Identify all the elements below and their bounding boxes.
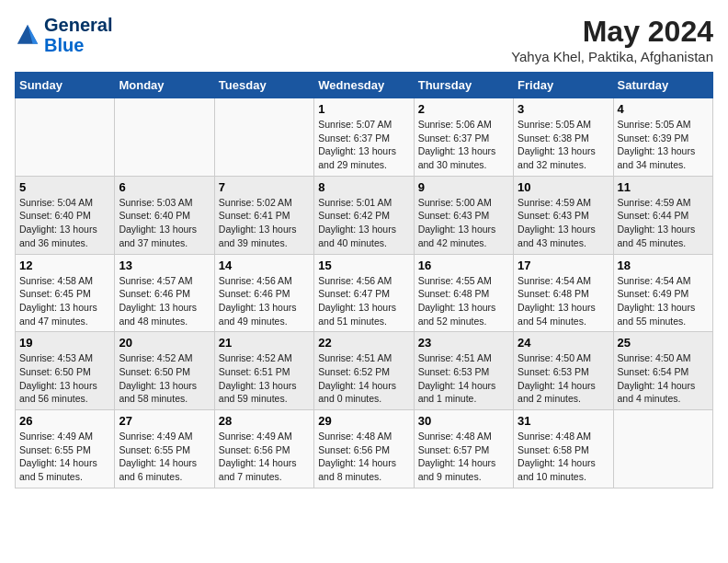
day-content: Sunrise: 4:48 AM Sunset: 6:58 PM Dayligh…	[518, 430, 609, 484]
day-header: Sunday	[16, 73, 115, 98]
logo-text: General Blue	[44, 15, 112, 55]
calendar-cell: 11Sunrise: 4:59 AM Sunset: 6:44 PM Dayli…	[613, 176, 712, 254]
calendar-cell: 6Sunrise: 5:03 AM Sunset: 6:40 PM Daylig…	[115, 176, 214, 254]
calendar-cell: 27Sunrise: 4:49 AM Sunset: 6:55 PM Dayli…	[115, 410, 214, 488]
day-content: Sunrise: 4:55 AM Sunset: 6:48 PM Dayligh…	[418, 274, 509, 328]
calendar-cell: 26Sunrise: 4:49 AM Sunset: 6:55 PM Dayli…	[16, 410, 115, 488]
day-number: 9	[418, 180, 509, 194]
day-content: Sunrise: 5:00 AM Sunset: 6:43 PM Dayligh…	[418, 196, 509, 250]
day-content: Sunrise: 4:48 AM Sunset: 6:56 PM Dayligh…	[318, 430, 409, 484]
calendar-cell: 13Sunrise: 4:57 AM Sunset: 6:46 PM Dayli…	[115, 254, 214, 332]
calendar-week-row: 5Sunrise: 5:04 AM Sunset: 6:40 PM Daylig…	[16, 176, 713, 254]
day-content: Sunrise: 5:07 AM Sunset: 6:37 PM Dayligh…	[318, 118, 409, 172]
day-content: Sunrise: 4:49 AM Sunset: 6:55 PM Dayligh…	[19, 430, 110, 484]
day-number: 20	[119, 336, 210, 350]
calendar-cell: 31Sunrise: 4:48 AM Sunset: 6:58 PM Dayli…	[514, 410, 613, 488]
calendar-cell: 8Sunrise: 5:01 AM Sunset: 6:42 PM Daylig…	[314, 176, 414, 254]
logo-icon	[15, 22, 40, 48]
calendar-body: 1Sunrise: 5:07 AM Sunset: 6:37 PM Daylig…	[16, 98, 713, 488]
day-number: 28	[219, 414, 310, 428]
calendar-cell: 15Sunrise: 4:56 AM Sunset: 6:47 PM Dayli…	[314, 254, 414, 332]
calendar-cell: 9Sunrise: 5:00 AM Sunset: 6:43 PM Daylig…	[414, 176, 513, 254]
day-content: Sunrise: 4:56 AM Sunset: 6:46 PM Dayligh…	[219, 274, 310, 328]
day-content: Sunrise: 4:53 AM Sunset: 6:50 PM Dayligh…	[19, 351, 110, 406]
day-content: Sunrise: 5:05 AM Sunset: 6:38 PM Dayligh…	[518, 118, 609, 172]
day-header: Saturday	[613, 73, 712, 98]
day-content: Sunrise: 4:52 AM Sunset: 6:50 PM Dayligh…	[119, 351, 210, 406]
calendar-cell: 17Sunrise: 4:54 AM Sunset: 6:48 PM Dayli…	[514, 254, 613, 332]
day-content: Sunrise: 4:50 AM Sunset: 6:53 PM Dayligh…	[518, 351, 609, 406]
calendar-cell: 25Sunrise: 4:50 AM Sunset: 6:54 PM Dayli…	[613, 332, 712, 410]
day-number: 31	[518, 414, 609, 428]
day-header: Wednesday	[314, 73, 414, 98]
day-header: Monday	[115, 73, 214, 98]
day-number: 23	[418, 336, 509, 350]
calendar-cell	[613, 410, 712, 488]
day-header: Tuesday	[214, 73, 313, 98]
calendar-cell: 18Sunrise: 4:54 AM Sunset: 6:49 PM Dayli…	[613, 254, 712, 332]
day-content: Sunrise: 4:57 AM Sunset: 6:46 PM Dayligh…	[119, 274, 210, 328]
day-number: 25	[618, 336, 709, 350]
day-number: 30	[418, 414, 509, 428]
day-content: Sunrise: 4:59 AM Sunset: 6:43 PM Dayligh…	[518, 196, 609, 250]
day-content: Sunrise: 4:54 AM Sunset: 6:48 PM Dayligh…	[518, 274, 609, 328]
calendar-cell: 30Sunrise: 4:48 AM Sunset: 6:57 PM Dayli…	[414, 410, 513, 488]
day-content: Sunrise: 4:54 AM Sunset: 6:49 PM Dayligh…	[618, 274, 709, 328]
day-number: 5	[19, 180, 110, 194]
day-content: Sunrise: 4:58 AM Sunset: 6:45 PM Dayligh…	[19, 274, 110, 328]
day-number: 10	[518, 180, 609, 194]
day-number: 29	[318, 414, 409, 428]
calendar-week-row: 19Sunrise: 4:53 AM Sunset: 6:50 PM Dayli…	[16, 332, 713, 410]
calendar-cell: 19Sunrise: 4:53 AM Sunset: 6:50 PM Dayli…	[16, 332, 115, 410]
calendar-cell: 7Sunrise: 5:02 AM Sunset: 6:41 PM Daylig…	[214, 176, 313, 254]
calendar-cell: 14Sunrise: 4:56 AM Sunset: 6:46 PM Dayli…	[214, 254, 313, 332]
day-content: Sunrise: 5:04 AM Sunset: 6:40 PM Dayligh…	[19, 196, 110, 250]
calendar-cell: 29Sunrise: 4:48 AM Sunset: 6:56 PM Dayli…	[314, 410, 414, 488]
calendar-cell: 2Sunrise: 5:06 AM Sunset: 6:37 PM Daylig…	[414, 98, 513, 177]
main-title: May 2024	[511, 15, 713, 49]
calendar-week-row: 1Sunrise: 5:07 AM Sunset: 6:37 PM Daylig…	[16, 98, 713, 177]
calendar-cell: 10Sunrise: 4:59 AM Sunset: 6:43 PM Dayli…	[514, 176, 613, 254]
calendar-cell	[16, 98, 115, 177]
calendar-header-row: SundayMondayTuesdayWednesdayThursdayFrid…	[16, 73, 713, 98]
day-number: 12	[19, 259, 110, 272]
day-number: 6	[119, 180, 210, 194]
day-number: 14	[219, 259, 310, 272]
calendar-cell: 4Sunrise: 5:05 AM Sunset: 6:39 PM Daylig…	[613, 98, 712, 177]
page-header: General Blue May 2024 Yahya Khel, Paktik…	[15, 15, 713, 64]
day-number: 13	[119, 259, 210, 272]
logo: General Blue	[15, 15, 112, 55]
day-number: 16	[418, 259, 509, 272]
day-content: Sunrise: 5:01 AM Sunset: 6:42 PM Dayligh…	[318, 196, 409, 250]
day-number: 4	[618, 102, 709, 116]
day-number: 19	[19, 336, 110, 350]
calendar-cell: 20Sunrise: 4:52 AM Sunset: 6:50 PM Dayli…	[115, 332, 214, 410]
calendar-cell: 24Sunrise: 4:50 AM Sunset: 6:53 PM Dayli…	[514, 332, 613, 410]
calendar-cell: 21Sunrise: 4:52 AM Sunset: 6:51 PM Dayli…	[214, 332, 313, 410]
calendar-week-row: 26Sunrise: 4:49 AM Sunset: 6:55 PM Dayli…	[16, 410, 713, 488]
day-content: Sunrise: 4:49 AM Sunset: 6:55 PM Dayligh…	[119, 430, 210, 484]
day-header: Thursday	[414, 73, 513, 98]
calendar-cell	[115, 98, 214, 177]
calendar-cell: 5Sunrise: 5:04 AM Sunset: 6:40 PM Daylig…	[16, 176, 115, 254]
calendar-cell: 1Sunrise: 5:07 AM Sunset: 6:37 PM Daylig…	[314, 98, 414, 177]
calendar-cell	[214, 98, 313, 177]
day-number: 21	[219, 336, 310, 350]
day-number: 7	[219, 180, 310, 194]
title-block: May 2024 Yahya Khel, Paktika, Afghanista…	[511, 15, 713, 64]
day-number: 8	[318, 180, 409, 194]
subtitle: Yahya Khel, Paktika, Afghanistan	[511, 49, 713, 64]
day-content: Sunrise: 4:48 AM Sunset: 6:57 PM Dayligh…	[418, 430, 509, 484]
day-number: 3	[518, 102, 609, 116]
day-content: Sunrise: 4:51 AM Sunset: 6:53 PM Dayligh…	[418, 351, 509, 406]
day-content: Sunrise: 4:51 AM Sunset: 6:52 PM Dayligh…	[318, 351, 409, 406]
calendar-table: SundayMondayTuesdayWednesdayThursdayFrid…	[15, 72, 713, 488]
day-number: 15	[318, 259, 409, 272]
day-number: 11	[618, 180, 709, 194]
day-number: 27	[119, 414, 210, 428]
calendar-cell: 12Sunrise: 4:58 AM Sunset: 6:45 PM Dayli…	[16, 254, 115, 332]
day-content: Sunrise: 4:59 AM Sunset: 6:44 PM Dayligh…	[618, 196, 709, 250]
day-content: Sunrise: 5:03 AM Sunset: 6:40 PM Dayligh…	[119, 196, 210, 250]
calendar-cell: 23Sunrise: 4:51 AM Sunset: 6:53 PM Dayli…	[414, 332, 513, 410]
day-number: 1	[318, 102, 409, 116]
